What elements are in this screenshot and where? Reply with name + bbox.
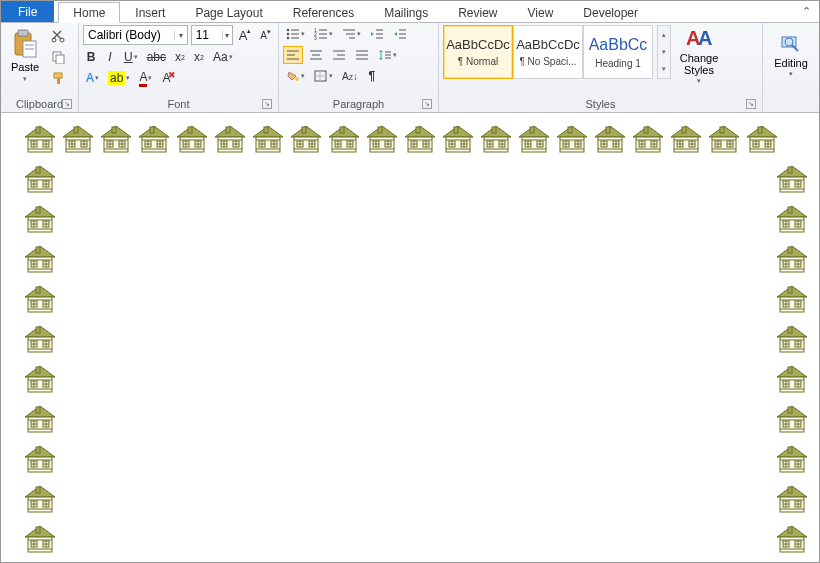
shrink-font-button[interactable]: A▾ bbox=[257, 26, 274, 44]
font-name-dropdown[interactable]: ▾ bbox=[174, 31, 186, 40]
styles-launcher[interactable]: ↘ bbox=[746, 99, 756, 109]
styles-gallery-scroll[interactable]: ▴ ▾ ▾ bbox=[657, 25, 671, 79]
align-center-button[interactable] bbox=[306, 46, 326, 64]
style-heading-1[interactable]: AaBbCcHeading 1 bbox=[583, 25, 653, 79]
svg-rect-256 bbox=[720, 127, 724, 133]
text-effects-button[interactable]: A bbox=[83, 69, 102, 87]
house-border-icon bbox=[287, 123, 325, 155]
tab-insert[interactable]: Insert bbox=[120, 2, 180, 23]
svg-rect-201 bbox=[530, 127, 534, 133]
svg-rect-399 bbox=[788, 207, 792, 213]
svg-rect-223 bbox=[606, 127, 610, 133]
superscript-button[interactable]: x2 bbox=[191, 48, 207, 66]
tab-developer[interactable]: Developer bbox=[568, 2, 653, 23]
tab-review[interactable]: Review bbox=[443, 2, 512, 23]
house-border-icon bbox=[773, 523, 811, 555]
tab-references[interactable]: References bbox=[278, 2, 369, 23]
bullets-icon bbox=[286, 28, 300, 40]
house-border-icon bbox=[773, 363, 811, 395]
page-border-top bbox=[21, 123, 811, 155]
svg-rect-344 bbox=[36, 407, 40, 413]
svg-rect-322 bbox=[36, 327, 40, 333]
font-size-input[interactable] bbox=[192, 28, 222, 42]
gallery-down-icon[interactable]: ▾ bbox=[658, 43, 670, 60]
svg-rect-9 bbox=[54, 73, 62, 78]
borders-button[interactable] bbox=[311, 67, 336, 85]
style-name: Heading 1 bbox=[595, 58, 641, 69]
svg-rect-355 bbox=[36, 447, 40, 453]
tab-home[interactable]: Home bbox=[58, 2, 120, 23]
justify-button[interactable] bbox=[352, 46, 372, 64]
copy-button[interactable] bbox=[49, 48, 67, 66]
subscript-button[interactable]: x2 bbox=[172, 48, 188, 66]
line-spacing-icon bbox=[378, 49, 392, 61]
page-border-left bbox=[21, 155, 59, 555]
tab-view[interactable]: View bbox=[513, 2, 569, 23]
editing-button[interactable]: Editing ▾ bbox=[767, 25, 815, 87]
paste-button[interactable]: Paste ▾ bbox=[5, 25, 45, 87]
decrease-indent-button[interactable] bbox=[367, 25, 387, 43]
change-case-button[interactable]: Aa bbox=[210, 48, 236, 66]
italic-button[interactable]: I bbox=[102, 48, 118, 66]
svg-point-6 bbox=[60, 38, 64, 42]
bold-button[interactable]: B bbox=[83, 48, 99, 66]
house-border-icon bbox=[773, 243, 811, 275]
format-painter-button[interactable] bbox=[49, 69, 67, 87]
tab-mailings[interactable]: Mailings bbox=[369, 2, 443, 23]
tab-page-layout[interactable]: Page Layout bbox=[180, 2, 277, 23]
font-size-dropdown[interactable]: ▾ bbox=[222, 31, 232, 40]
gallery-up-icon[interactable]: ▴ bbox=[658, 26, 670, 43]
align-left-button[interactable] bbox=[283, 46, 303, 64]
svg-rect-289 bbox=[36, 207, 40, 213]
style--normal[interactable]: AaBbCcDc¶ Normal bbox=[443, 25, 513, 79]
line-spacing-button[interactable] bbox=[375, 46, 400, 64]
font-name-input[interactable] bbox=[84, 28, 174, 42]
sort-button[interactable]: AZ↓ bbox=[339, 67, 361, 85]
font-color-button[interactable]: A bbox=[136, 69, 155, 87]
style-name: ¶ No Spaci... bbox=[519, 56, 576, 67]
font-size-combo[interactable]: ▾ bbox=[191, 25, 233, 45]
find-icon bbox=[780, 34, 802, 56]
tab-file[interactable]: File bbox=[1, 0, 54, 22]
style--no-spaci-[interactable]: AaBbCcDc¶ No Spaci... bbox=[513, 25, 583, 79]
font-name-combo[interactable]: ▾ bbox=[83, 25, 188, 45]
house-border-icon bbox=[667, 123, 705, 155]
svg-rect-10 bbox=[57, 78, 60, 84]
svg-rect-102 bbox=[188, 127, 192, 133]
house-border-icon bbox=[21, 243, 59, 275]
shading-button[interactable] bbox=[283, 67, 308, 85]
house-border-icon bbox=[773, 403, 811, 435]
editing-label: Editing bbox=[774, 57, 808, 69]
paragraph-launcher[interactable]: ↘ bbox=[422, 99, 432, 109]
clipboard-launcher[interactable]: ↘ bbox=[62, 99, 72, 109]
group-editing: Editing ▾ bbox=[763, 23, 819, 112]
gallery-more-icon[interactable]: ▾ bbox=[658, 61, 670, 78]
highlight-button[interactable]: ab bbox=[105, 69, 133, 87]
grow-font-button[interactable]: A▴ bbox=[236, 26, 255, 44]
font-launcher[interactable]: ↘ bbox=[262, 99, 272, 109]
group-font-label: Font bbox=[167, 98, 189, 110]
svg-rect-421 bbox=[788, 287, 792, 293]
strikethrough-button[interactable]: abc bbox=[144, 48, 169, 66]
change-styles-button[interactable]: AA Change Styles ▾ bbox=[675, 25, 723, 87]
house-border-icon bbox=[21, 403, 59, 435]
document-canvas[interactable] bbox=[1, 113, 819, 563]
numbering-button[interactable]: 123 bbox=[311, 25, 336, 43]
align-right-button[interactable] bbox=[329, 46, 349, 64]
increase-indent-button[interactable] bbox=[390, 25, 410, 43]
bullets-button[interactable] bbox=[283, 25, 308, 43]
show-marks-button[interactable]: ¶ bbox=[364, 67, 380, 85]
outdent-icon bbox=[370, 28, 384, 40]
svg-rect-69 bbox=[74, 127, 78, 133]
bucket-icon bbox=[286, 70, 300, 82]
house-border-icon bbox=[477, 123, 515, 155]
paste-icon bbox=[12, 29, 38, 59]
multilevel-list-button[interactable] bbox=[339, 25, 364, 43]
collapse-ribbon-icon[interactable]: ⌃ bbox=[799, 5, 813, 19]
clear-formatting-button[interactable]: A✖ bbox=[158, 69, 174, 87]
cut-button[interactable] bbox=[49, 27, 67, 45]
underline-button[interactable]: U bbox=[121, 48, 141, 66]
house-border-icon bbox=[773, 483, 811, 515]
svg-rect-476 bbox=[788, 487, 792, 493]
svg-rect-465 bbox=[788, 447, 792, 453]
